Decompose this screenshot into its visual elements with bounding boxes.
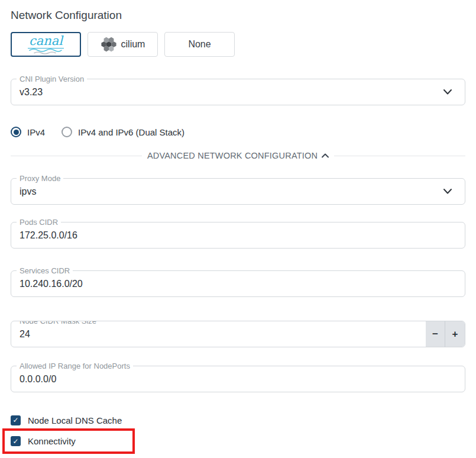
radio-dual-stack[interactable]: IPv4 and IPv6 (Dual Stack) <box>61 127 184 137</box>
checkbox-checked-icon: ✓ <box>11 415 21 425</box>
services-cidr-input[interactable] <box>20 279 456 289</box>
nodeport-range-input[interactable] <box>20 374 456 385</box>
node-local-dns-cache-label: Node Local DNS Cache <box>28 415 122 425</box>
options-checkboxes: ✓ Node Local DNS Cache ✓ Konnectivity <box>11 415 465 454</box>
page-title: Network Configuration <box>11 0 465 22</box>
provider-card-cilium[interactable]: cilium <box>88 32 158 57</box>
radio-dual-stack-label: IPv4 and IPv6 (Dual Stack) <box>78 127 184 137</box>
provider-card-canal[interactable]: canal <box>11 32 81 57</box>
advanced-network-configuration-toggle[interactable]: ADVANCED NETWORK CONFIGURATION <box>11 151 465 160</box>
cilium-logo: cilium <box>101 36 145 53</box>
chevron-down-icon <box>443 89 452 95</box>
proxy-mode-select[interactable]: Proxy Mode ipvs <box>11 178 465 205</box>
radio-ipv4[interactable]: IPv4 <box>11 127 45 137</box>
canal-waves-icon <box>28 49 63 54</box>
decrement-button[interactable]: − <box>426 321 445 347</box>
canal-logo: canal <box>28 35 64 54</box>
proxy-mode-value: ipvs <box>20 186 443 197</box>
pods-cidr-field: Pods CIDR <box>11 222 465 249</box>
chevron-up-icon <box>322 153 329 158</box>
pods-cidr-label: Pods CIDR <box>17 218 61 227</box>
ip-stack-radio-group: IPv4 IPv4 and IPv6 (Dual Stack) <box>11 127 465 137</box>
pods-cidr-input[interactable] <box>20 230 456 241</box>
node-local-dns-cache-checkbox[interactable]: ✓ Node Local DNS Cache <box>11 415 465 425</box>
services-cidr-label: Services CIDR <box>17 266 73 275</box>
node-cidr-mask-size-input[interactable] <box>20 329 426 340</box>
radio-unselected-icon <box>61 127 72 137</box>
network-configuration-panel: Network Configuration canal <box>0 0 476 454</box>
cni-provider-cards: canal cilium <box>11 32 465 57</box>
divider-line <box>11 156 142 156</box>
increment-button[interactable]: + <box>445 321 465 347</box>
cni-plugin-version-label: CNI Plugin Version <box>17 75 87 83</box>
chevron-down-icon <box>443 189 452 194</box>
nodeport-range-label: Allowed IP Range for NodePorts <box>17 362 133 370</box>
konnectivity-label: Konnectivity <box>28 436 76 446</box>
radio-ipv4-label: IPv4 <box>27 127 45 137</box>
cni-plugin-version-value: v3.23 <box>20 87 443 98</box>
services-cidr-field: Services CIDR <box>11 270 465 297</box>
cilium-hexagons-icon <box>101 36 117 53</box>
provider-card-none[interactable]: None <box>164 32 235 57</box>
none-card-label: None <box>188 39 211 50</box>
cilium-card-label: cilium <box>121 39 145 50</box>
node-cidr-mask-size-field: Node CIDR Mask Size − + <box>11 321 465 347</box>
divider-line <box>334 156 465 156</box>
radio-selected-icon <box>11 127 21 137</box>
canal-logo-text: canal <box>28 35 64 49</box>
node-cidr-mask-size-label: Node CIDR Mask Size <box>17 321 99 325</box>
red-highlight-annotation: ✓ Konnectivity <box>2 428 135 454</box>
cni-plugin-version-select[interactable]: CNI Plugin Version v3.23 <box>11 79 465 105</box>
konnectivity-checkbox[interactable]: ✓ Konnectivity <box>11 436 76 447</box>
checkbox-checked-icon: ✓ <box>11 436 21 446</box>
proxy-mode-label: Proxy Mode <box>17 174 63 183</box>
stepper-controls: − + <box>426 321 465 347</box>
nodeport-range-field: Allowed IP Range for NodePorts <box>11 366 465 392</box>
advanced-section-label: ADVANCED NETWORK CONFIGURATION <box>147 151 318 160</box>
